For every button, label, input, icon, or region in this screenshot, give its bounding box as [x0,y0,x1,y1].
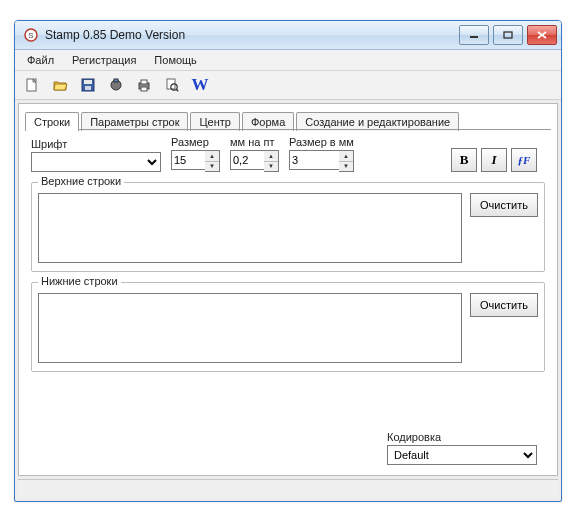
menubar: Файл Регистрация Помощь [15,50,561,71]
bottom-lines-legend: Нижние строки [38,275,121,287]
close-button[interactable] [527,25,557,45]
mmpt-input[interactable] [230,150,264,170]
tabstrip: Строки Параметры строк Центр Форма Созда… [25,108,551,130]
tab-lines[interactable]: Строки [25,112,79,131]
menu-help[interactable]: Помощь [146,52,205,68]
font-select[interactable] [31,152,161,172]
menu-file[interactable]: Файл [19,52,62,68]
save-icon[interactable] [77,74,99,96]
encoding-select[interactable]: Default [387,445,537,465]
sizemm-input[interactable] [289,150,339,170]
clear-top-button[interactable]: Очистить [470,193,538,217]
font-label: Шрифт [31,138,161,150]
bottom-lines-group: Нижние строки Очистить [31,282,545,372]
svg-rect-13 [141,80,147,84]
italic-button[interactable]: I [481,148,507,172]
titlebar: S Stamp 0.85 Demo Version [15,21,561,50]
client-area: Строки Параметры строк Центр Форма Созда… [18,103,558,476]
clear-bottom-button[interactable]: Очистить [470,293,538,317]
svg-rect-14 [141,87,147,91]
sizemm-spinner[interactable]: ▲▼ [339,150,354,172]
tabpage-lines: Шрифт Размер ▲▼ мм на пт [25,130,551,469]
app-window: S Stamp 0.85 Demo Version Файл Регистрац… [14,20,562,502]
top-lines-group: Верхние строки Очистить [31,182,545,272]
print-icon[interactable] [133,74,155,96]
top-lines-legend: Верхние строки [38,175,124,187]
toolbar: W [15,71,561,100]
statusbar [18,479,558,498]
mmpt-label: мм на пт [230,136,279,148]
svg-rect-11 [114,79,118,82]
open-folder-icon[interactable] [49,74,71,96]
encoding-label: Кодировка [387,431,537,443]
encoding-row: Кодировка Default [31,423,545,465]
new-file-icon[interactable] [21,74,43,96]
maximize-button[interactable] [493,25,523,45]
preview-icon[interactable] [161,74,183,96]
minimize-button[interactable] [459,25,489,45]
svg-rect-8 [84,80,92,84]
window-title: Stamp 0.85 Demo Version [45,28,459,42]
word-icon[interactable]: W [189,74,211,96]
bottom-lines-textarea[interactable] [38,293,462,363]
menu-registration[interactable]: Регистрация [64,52,144,68]
svg-rect-9 [85,86,91,90]
app-icon: S [23,27,39,43]
svg-text:S: S [28,31,33,40]
svg-line-17 [176,89,178,91]
size-spinner[interactable]: ▲▼ [205,150,220,172]
sizemm-label: Размер в мм [289,136,354,148]
word-icon-label: W [192,75,209,95]
top-lines-textarea[interactable] [38,193,462,263]
size-label: Размер [171,136,220,148]
bold-button[interactable]: B [451,148,477,172]
font-row: Шрифт Размер ▲▼ мм на пт [31,136,545,172]
mmpt-spinner[interactable]: ▲▼ [264,150,279,172]
function-button[interactable]: ƒF [511,148,537,172]
design-icon[interactable] [105,74,127,96]
svg-rect-3 [504,32,512,38]
size-input[interactable] [171,150,205,170]
